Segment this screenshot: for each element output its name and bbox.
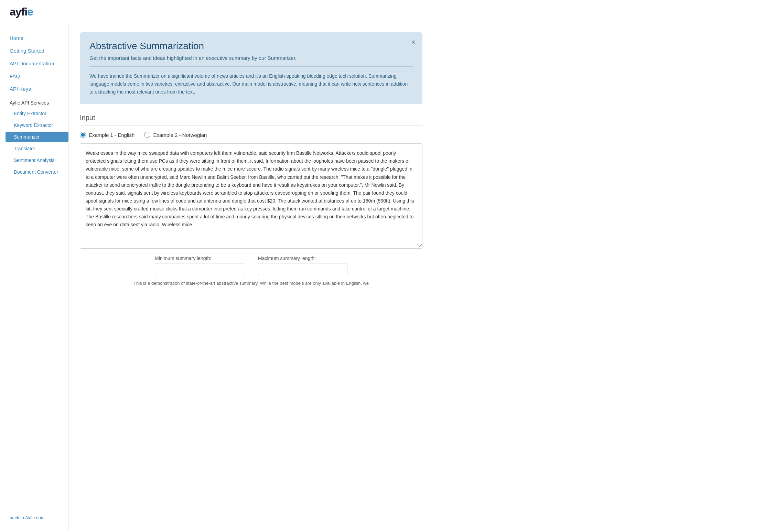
radio-option-example2[interactable]: Example 2 - Norwegian bbox=[144, 132, 207, 138]
max-length-input[interactable]: 100 bbox=[258, 263, 347, 275]
max-length-control: Maximum summary length: 100 bbox=[258, 256, 347, 275]
radio-group: Example 1 - English Example 2 - Norwegia… bbox=[80, 132, 422, 138]
logo-text: ayfi bbox=[10, 6, 27, 18]
close-button[interactable]: × bbox=[411, 39, 416, 46]
radio-label-example2: Example 2 - Norwegian bbox=[153, 132, 207, 138]
sidebar-item-getting-started[interactable]: Getting Started bbox=[6, 45, 68, 56]
sidebar-section-label: Ayfie API Services bbox=[6, 96, 68, 107]
sidebar-item-keyword-extractor[interactable]: Keyword Extractor bbox=[6, 120, 68, 130]
banner-title: Abstractive Summarization bbox=[89, 41, 413, 52]
banner-subtitle: Get the important facts and ideas highli… bbox=[89, 55, 413, 61]
back-link[interactable]: back to Ayfie.com bbox=[6, 512, 68, 523]
main-content: × Abstractive Summarization Get the impo… bbox=[69, 24, 433, 531]
radio-input-example2[interactable] bbox=[144, 132, 150, 138]
sidebar-nav: Home Getting Started API Documentation F… bbox=[6, 32, 68, 177]
radio-label-example1: Example 1 - English bbox=[89, 132, 134, 138]
banner-description: We have trained the Summarizer on a sign… bbox=[89, 72, 413, 96]
sidebar-item-api-keys[interactable]: API Keys bbox=[6, 83, 68, 95]
input-section: Input Example 1 - English Example 2 - No… bbox=[80, 114, 422, 286]
max-length-label: Maximum summary length: bbox=[258, 256, 316, 261]
info-banner: × Abstractive Summarization Get the impo… bbox=[80, 32, 422, 104]
logo-dot: e bbox=[27, 6, 33, 18]
sidebar: Home Getting Started API Documentation F… bbox=[0, 24, 69, 531]
min-length-control: Minimum summary length: 5 bbox=[155, 256, 244, 275]
resize-handle: ⤡ bbox=[417, 243, 421, 247]
textarea-wrapper: Weaknesses in the way mice swapped data … bbox=[80, 143, 422, 249]
sidebar-item-summarizer[interactable]: Summarizer bbox=[6, 132, 68, 142]
demo-note: This is a demonstration of state-of-the-… bbox=[80, 281, 422, 286]
sidebar-item-document-converter[interactable]: Document Converter bbox=[6, 167, 68, 177]
logo: ayfie bbox=[10, 6, 754, 18]
sidebar-item-api-documentation[interactable]: API Documentation bbox=[6, 58, 68, 69]
input-textarea[interactable]: Weaknesses in the way mice swapped data … bbox=[80, 144, 422, 247]
min-length-input[interactable]: 5 bbox=[155, 263, 244, 275]
radio-option-example1[interactable]: Example 1 - English bbox=[80, 132, 134, 138]
section-title: Input bbox=[80, 114, 422, 126]
radio-input-example1[interactable] bbox=[80, 132, 86, 138]
top-bar: ayfie bbox=[0, 0, 764, 24]
sidebar-item-translator[interactable]: Translator bbox=[6, 143, 68, 154]
sidebar-item-home[interactable]: Home bbox=[6, 32, 68, 44]
min-length-label: Minimum summary length: bbox=[155, 256, 211, 261]
layout: Home Getting Started API Documentation F… bbox=[0, 24, 764, 531]
banner-divider bbox=[89, 66, 413, 67]
sidebar-item-faq[interactable]: FAQ bbox=[6, 70, 68, 82]
sidebar-item-sentiment-analysis[interactable]: Sentiment Analysis bbox=[6, 155, 68, 165]
length-controls: Minimum summary length: 5 Maximum summar… bbox=[80, 256, 422, 275]
sidebar-item-entity-extractor[interactable]: Entity Extractor bbox=[6, 108, 68, 119]
